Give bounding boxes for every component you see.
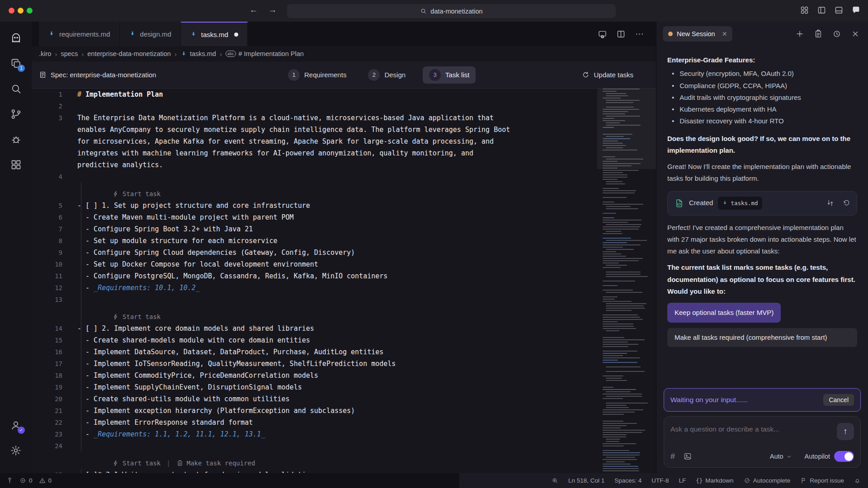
- codelens-start-task[interactable]: Start task: [112, 188, 160, 200]
- code-text[interactable]: for microservices, Apache Kafka for even…: [77, 136, 494, 147]
- code-editor[interactable]: 1# Implementation Plan23The Enterprise D…: [32, 89, 656, 473]
- session-tab[interactable]: New Session ✕: [663, 26, 732, 42]
- created-label: Created: [689, 197, 713, 209]
- more-actions-icon[interactable]: [635, 29, 644, 39]
- context-hash-icon[interactable]: #: [670, 452, 675, 461]
- layout-grid-icon[interactable]: [800, 5, 809, 15]
- session-close-icon[interactable]: ✕: [722, 30, 727, 38]
- code-text[interactable]: The Enterprise Data Monetization Platfor…: [77, 112, 494, 124]
- attach-image-icon[interactable]: [683, 452, 692, 461]
- status-braces[interactable]: {}Markdown: [696, 477, 733, 484]
- undo-icon[interactable]: [842, 199, 850, 207]
- code-text[interactable]: - Configure PostgreSQL, MongoDB, Cassand…: [77, 270, 387, 282]
- status-spaces-4[interactable]: Spaces: 4: [614, 477, 642, 484]
- status-ln-518-col-1[interactable]: Ln 518, Col 1: [568, 477, 604, 484]
- status-warning[interactable]: 0: [39, 477, 52, 484]
- status-lf[interactable]: LF: [679, 477, 686, 484]
- minimap-slider[interactable]: [597, 89, 656, 169]
- code-text[interactable]: - Implement DataSource, Dataset, DataPro…: [77, 346, 383, 358]
- activity-item-account[interactable]: ✓: [6, 415, 26, 435]
- status-zoom-plus[interactable]: [552, 477, 558, 484]
- send-button[interactable]: ↑: [837, 423, 854, 440]
- breadcrumb-item[interactable]: tasks.md: [180, 50, 216, 57]
- history-icon[interactable]: [832, 29, 841, 38]
- code-text[interactable]: - Create shared-utils module with common…: [77, 393, 290, 405]
- code-text[interactable]: - [ ] 2. Implement core domain models an…: [77, 323, 314, 334]
- code-text[interactable]: - [ ] 1. Set up project structure and co…: [77, 200, 310, 211]
- update-tasks-button[interactable]: Update tasks: [582, 71, 633, 79]
- codelens-make-task-required[interactable]: Make task required: [176, 457, 255, 469]
- breadcrumb-item[interactable]: enterprise-data-monetization: [87, 50, 171, 57]
- status-utf-8[interactable]: UTF-8: [651, 477, 669, 484]
- activity-item-search[interactable]: [6, 79, 26, 99]
- status-remote[interactable]: [6, 477, 13, 484]
- code-text[interactable]: - Create shared-models module with core …: [77, 334, 310, 346]
- status-report-flag[interactable]: Report issue: [800, 477, 844, 484]
- back-icon[interactable]: ←: [248, 5, 259, 15]
- tab-requirements.md[interactable]: requirements.md: [39, 22, 120, 46]
- status-bell[interactable]: [854, 477, 861, 484]
- chat-icon[interactable]: [851, 5, 861, 15]
- panel-left-icon[interactable]: [817, 5, 826, 15]
- close-window-button[interactable]: [9, 8, 14, 14]
- code-text[interactable]: - Configure Spring Cloud dependencies (G…: [77, 247, 355, 258]
- zoom-window-button[interactable]: [27, 8, 33, 14]
- spec-step-task-list[interactable]: 3Task list: [423, 66, 476, 84]
- code-text[interactable]: - Create Maven multi-module project with…: [77, 211, 294, 223]
- code-text[interactable]: - Set up Docker Compose for local develo…: [77, 258, 318, 270]
- code-text[interactable]: integrates with machine learning framewo…: [77, 147, 473, 159]
- code-text[interactable]: - _Requirements: 1.1, 1.2, 11.1, 12.1, 1…: [77, 428, 265, 440]
- open-preview-icon[interactable]: [598, 29, 607, 39]
- code-text[interactable]: - Implement ErrorResponse standard forma…: [77, 417, 253, 428]
- codelens-start-task[interactable]: Start task: [112, 311, 160, 323]
- tab-tasks.md[interactable]: tasks.md: [181, 22, 248, 46]
- activity-item-kiro-ghost[interactable]: [6, 28, 26, 48]
- spec-step-requirements[interactable]: 1Requirements: [283, 66, 351, 84]
- task-list-icon[interactable]: [814, 29, 823, 38]
- code-text[interactable]: - Implement IoTSensorReading, QualityMea…: [77, 358, 396, 370]
- code-text[interactable]: - Implement CommodityPrice, PriceDemandC…: [77, 370, 318, 381]
- line-number: 12: [32, 282, 62, 294]
- code-text[interactable]: - Implement exception hierarchy (Platfor…: [77, 405, 355, 417]
- activity-item-settings-gear[interactable]: [6, 441, 26, 460]
- code-text[interactable]: - Implement SupplyChainEvent, Disruption…: [77, 381, 302, 393]
- warning-icon: [39, 477, 46, 484]
- activity-item-files[interactable]: 1: [6, 53, 26, 73]
- make-tasks-required-button[interactable]: Make all tasks required (comprehensive f…: [667, 328, 857, 347]
- code-text[interactable]: # Implementation Plan: [77, 89, 163, 100]
- command-search-input[interactable]: data-monetization: [287, 4, 616, 18]
- code-text[interactable]: - Set up module structure for each micro…: [77, 235, 278, 247]
- breadcrumb-item[interactable]: abc# Implementation Plan: [226, 50, 304, 57]
- mode-select[interactable]: Auto: [770, 453, 792, 460]
- code-text[interactable]: predictive analytics.: [77, 159, 163, 171]
- code-text[interactable]: - [ ]* 2.1 Write property test for domai…: [77, 469, 314, 473]
- breadcrumb-item[interactable]: specs: [61, 50, 78, 57]
- code-text[interactable]: - _Requirements: 10.1, 10.2_: [77, 282, 200, 294]
- panel-bottom-icon[interactable]: [834, 5, 844, 15]
- forward-icon[interactable]: →: [267, 5, 278, 15]
- activity-item-extensions[interactable]: [6, 155, 26, 174]
- code-text[interactable]: - Configure Spring Boot 3.2+ with Java 2…: [77, 223, 253, 235]
- file-created-card[interactable]: Createdtasks.md: [667, 191, 857, 216]
- plus-icon[interactable]: [795, 29, 804, 38]
- activity-item-debug-bug[interactable]: [6, 129, 26, 149]
- autopilot-toggle[interactable]: [834, 451, 854, 462]
- spec-step-design[interactable]: 2Design: [363, 66, 410, 84]
- minimize-window-button[interactable]: [18, 8, 24, 14]
- activity-item-git-branch[interactable]: [6, 104, 26, 124]
- code-text[interactable]: enables AnyCompany to securely monetize …: [77, 124, 510, 136]
- diff-icon[interactable]: [826, 199, 835, 207]
- cancel-button[interactable]: Cancel: [823, 394, 854, 406]
- status-slash-circle[interactable]: Autocomplete: [744, 477, 791, 484]
- created-file-chip[interactable]: tasks.md: [718, 197, 762, 210]
- close-icon[interactable]: [851, 29, 860, 38]
- status-error-circle[interactable]: 0: [19, 477, 33, 484]
- split-editor-icon[interactable]: [616, 29, 626, 39]
- chat-input[interactable]: Ask a question or describe a task...: [670, 423, 779, 433]
- breadcrumb-item[interactable]: .kiro: [39, 50, 51, 57]
- keep-optional-tasks-button[interactable]: Keep optional tasks (faster MVP): [667, 303, 781, 323]
- git-branch-icon: [10, 108, 22, 120]
- codelens-start-task[interactable]: Start task: [112, 457, 160, 469]
- tab-design.md[interactable]: design.md: [120, 22, 181, 46]
- dirty-indicator[interactable]: [234, 33, 238, 37]
